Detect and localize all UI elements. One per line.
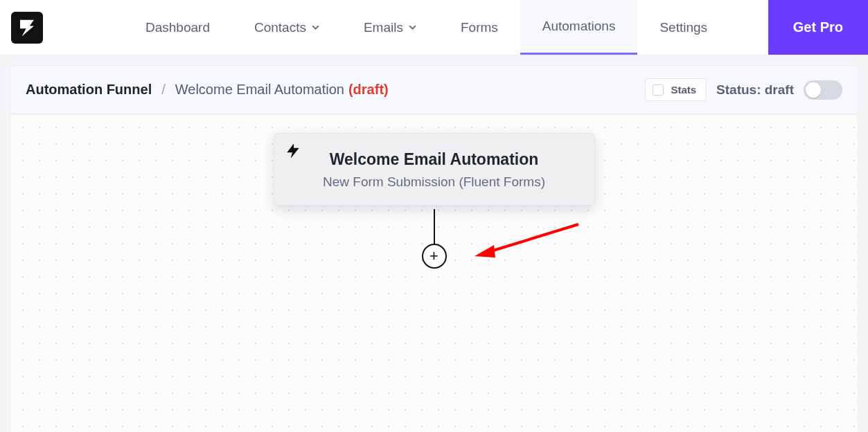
connector-line — [434, 209, 435, 244]
get-pro-button[interactable]: Get Pro — [768, 0, 868, 55]
status-label: Status: draft — [716, 82, 794, 98]
callout-arrow-icon — [468, 217, 585, 266]
automation-canvas[interactable]: Welcome Email Automation New Form Submis… — [10, 114, 858, 432]
add-step-connector: + — [422, 209, 447, 269]
status-toggle[interactable] — [804, 80, 842, 100]
stats-label: Stats — [671, 84, 696, 96]
chevron-down-icon — [312, 24, 319, 31]
trigger-card[interactable]: Welcome Email Automation New Form Submis… — [274, 133, 595, 206]
status-toggle-knob — [806, 82, 821, 98]
app-logo[interactable] — [11, 12, 43, 44]
trigger-icon-wrap — [284, 142, 302, 163]
breadcrumb-automation-name: Welcome Email Automation — [175, 82, 344, 98]
main-nav: Dashboard Contacts Emails Forms Automati… — [123, 0, 729, 55]
nav-label: Forms — [461, 20, 498, 35]
nav-settings[interactable]: Settings — [637, 0, 729, 55]
nav-automations[interactable]: Automations — [520, 0, 638, 55]
nav-contacts[interactable]: Contacts — [232, 0, 342, 55]
breadcrumb-root[interactable]: Automation Funnel — [26, 82, 152, 98]
app-logo-wrap — [0, 0, 54, 55]
bolt-icon — [284, 142, 302, 160]
svg-line-0 — [488, 224, 578, 252]
nav-emails[interactable]: Emails — [342, 0, 439, 55]
add-step-button[interactable]: + — [422, 244, 447, 269]
automation-subheader: Automation Funnel / Welcome Email Automa… — [10, 65, 858, 114]
trigger-title: Welcome Email Automation — [288, 150, 581, 169]
trigger-subtitle: New Form Submission (Fluent Forms) — [288, 174, 581, 190]
chevron-down-icon — [409, 24, 416, 31]
svg-marker-1 — [475, 245, 495, 258]
top-nav-bar: Dashboard Contacts Emails Forms Automati… — [0, 0, 868, 55]
plus-icon: + — [429, 249, 439, 264]
nav-dashboard[interactable]: Dashboard — [123, 0, 232, 55]
stats-toggle-button[interactable]: Stats — [645, 78, 707, 101]
logo-bolt-icon — [17, 17, 37, 38]
nav-label: Automations — [542, 19, 616, 34]
stats-checkbox[interactable] — [653, 84, 664, 96]
nav-label: Contacts — [254, 20, 306, 35]
nav-label: Dashboard — [145, 20, 210, 35]
nav-label: Settings — [659, 20, 707, 35]
breadcrumb-draft-tag: (draft) — [348, 82, 389, 98]
breadcrumb-separator: / — [161, 82, 166, 98]
nav-forms[interactable]: Forms — [439, 0, 520, 55]
get-pro-label: Get Pro — [793, 19, 843, 35]
subheader-controls: Stats Status: draft — [645, 78, 842, 101]
page-body: Automation Funnel / Welcome Email Automa… — [0, 55, 868, 432]
nav-label: Emails — [364, 20, 403, 35]
